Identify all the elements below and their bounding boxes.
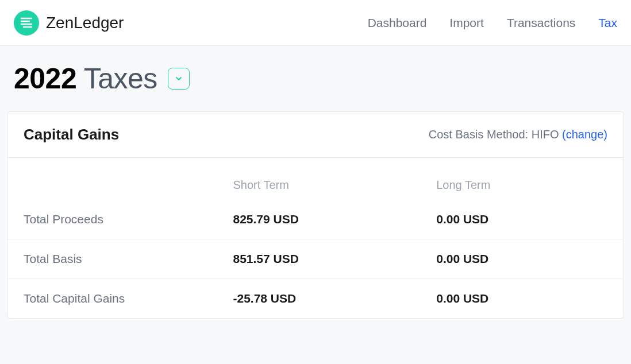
column-short-term: Short Term (217, 158, 420, 200)
capital-gains-card: Capital Gains Cost Basis Method: HIFO (c… (7, 111, 624, 319)
year-selector-button[interactable] (168, 68, 190, 90)
table-header-empty (7, 158, 217, 200)
brand-logo-icon (14, 10, 39, 36)
nav-import[interactable]: Import (449, 16, 484, 30)
capital-gains-table: Short Term Long Term Total Proceeds 825.… (7, 158, 624, 318)
nav-dashboard[interactable]: Dashboard (368, 16, 427, 30)
capital-gains-long: 0.00 USD (420, 279, 624, 319)
capital-gains-short: -25.78 USD (217, 279, 420, 319)
page-title: 2022 Taxes (14, 62, 157, 95)
top-nav: Dashboard Import Transactions Tax (368, 16, 617, 30)
proceeds-short: 825.79 USD (217, 200, 420, 239)
content-area: Capital Gains Cost Basis Method: HIFO (c… (0, 111, 631, 330)
basis-long: 0.00 USD (420, 239, 624, 279)
brand[interactable]: ZenLedger (14, 10, 124, 36)
card-title: Capital Gains (24, 126, 119, 144)
row-label-capital-gains: Total Capital Gains (7, 279, 217, 319)
card-header: Capital Gains Cost Basis Method: HIFO (c… (7, 112, 624, 158)
cost-basis-label: Cost Basis Method: HIFO (change) (429, 128, 607, 141)
change-cost-basis-link[interactable]: (change) (562, 128, 607, 141)
page-title-row: 2022 Taxes (0, 46, 631, 111)
nav-transactions[interactable]: Transactions (507, 16, 575, 30)
row-label-basis: Total Basis (7, 239, 217, 279)
header-bar: ZenLedger Dashboard Import Transactions … (0, 0, 631, 46)
row-label-proceeds: Total Proceeds (7, 200, 217, 239)
chevron-down-icon (175, 75, 183, 83)
basis-short: 851.57 USD (217, 239, 420, 279)
table-row: Total Capital Gains -25.78 USD 0.00 USD (7, 279, 624, 319)
tax-year: 2022 (14, 63, 76, 95)
nav-tax[interactable]: Tax (598, 16, 617, 30)
proceeds-long: 0.00 USD (420, 200, 624, 239)
brand-name: ZenLedger (46, 14, 124, 32)
table-row: Total Proceeds 825.79 USD 0.00 USD (7, 200, 624, 239)
page-title-suffix: Taxes (84, 63, 157, 95)
table-row: Total Basis 851.57 USD 0.00 USD (7, 239, 624, 279)
column-long-term: Long Term (420, 158, 624, 200)
